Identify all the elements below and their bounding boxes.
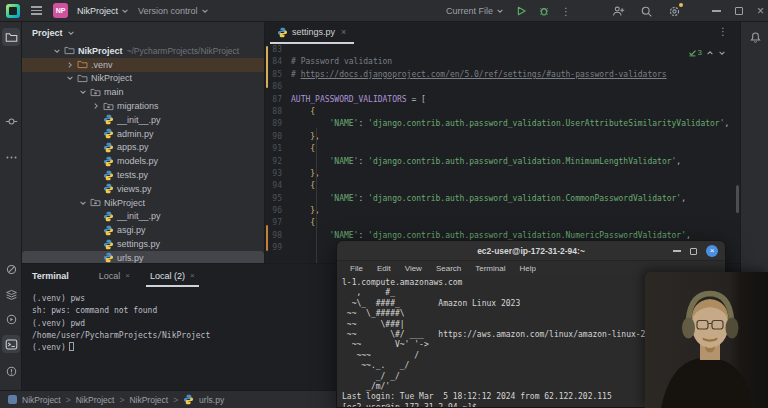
code-with-me-icon[interactable]	[612, 5, 625, 18]
code-line-87[interactable]: 87AUTH_PASSWORD_VALIDATORS = [	[265, 94, 740, 106]
code-line-95[interactable]: 95 'NAME': 'django.contrib.auth.password…	[265, 193, 740, 205]
code-text: # Password validation	[291, 56, 392, 68]
tree-item-path: ~/PycharmProjects/NikProject	[123, 46, 240, 56]
tree-item-admin-py[interactable]: admin.py	[22, 127, 264, 141]
more-tools-icon[interactable]	[2, 148, 20, 166]
ssh-menu-view[interactable]: View	[398, 264, 429, 273]
tree-item-main[interactable]: main	[22, 85, 264, 99]
breadcrumb-item[interactable]: NikProject	[22, 395, 61, 405]
terminal-tab-label: Local (2)	[150, 271, 185, 281]
debug-button[interactable]	[538, 5, 550, 17]
chevron-right-icon[interactable]	[63, 61, 76, 69]
tab-close-icon[interactable]: ×	[339, 27, 346, 37]
search-everywhere-icon[interactable]	[640, 5, 653, 18]
version-control-menu[interactable]: Version control	[138, 6, 209, 16]
editor-tab-bar: settings.py × ⋮	[265, 22, 740, 44]
main-menu-icon[interactable]	[29, 4, 44, 16]
project-badge[interactable]: NP	[53, 3, 68, 18]
chevron-right-icon[interactable]	[89, 102, 102, 110]
terminal-tab-local-2-[interactable]: Local (2)×	[140, 264, 205, 287]
settings-update-badge	[679, 3, 683, 7]
line-number: 84	[265, 56, 291, 68]
ssh-close-button[interactable]: ×	[706, 245, 718, 257]
terminal-tool-icon[interactable]	[2, 335, 20, 353]
run-button[interactable]	[515, 5, 527, 17]
tree-item--venv[interactable]: .venv	[22, 58, 264, 72]
breadcrumb-separator: >	[66, 395, 71, 405]
code-line-88[interactable]: 88 {	[265, 106, 740, 118]
code-line-86[interactable]: 86	[265, 81, 740, 93]
python-packages-icon[interactable]	[2, 260, 20, 278]
ssh-menu-help[interactable]: Help	[512, 264, 542, 273]
run-configuration-selector[interactable]: Current File	[446, 6, 504, 16]
breadcrumb-item[interactable]: urls.py	[199, 395, 224, 405]
code-text: {	[291, 180, 315, 192]
tree-item-models-py[interactable]: models.py	[22, 154, 264, 168]
tree-item-migrations[interactable]: migrations	[22, 99, 264, 113]
code-line-84[interactable]: 84# Password validation	[265, 56, 740, 68]
chevron-down-icon[interactable]	[63, 74, 76, 82]
ssh-menu-edit[interactable]: Edit	[370, 264, 398, 273]
python-file-icon	[277, 27, 288, 38]
tree-item-views-py[interactable]: views.py	[22, 182, 264, 196]
tree-item--init-py[interactable]: __init__.py	[22, 113, 264, 127]
code-line-96[interactable]: 96 },	[265, 205, 740, 217]
services-icon[interactable]	[2, 285, 20, 303]
editor-options-icon[interactable]: ⋮	[718, 26, 728, 37]
tab-settings-py[interactable]: settings.py ×	[270, 22, 354, 44]
indent-guide	[316, 128, 317, 263]
tree-item-nikproject[interactable]: NikProject	[22, 72, 264, 86]
tree-item-nikproject[interactable]: NikProject	[22, 196, 264, 210]
more-actions-icon[interactable]: ⋮	[561, 6, 571, 17]
window-close-button[interactable]: ×	[757, 6, 764, 16]
run-tool-icon[interactable]	[2, 310, 20, 328]
tree-item-asgi-py[interactable]: asgi.py	[22, 223, 264, 237]
code-area[interactable]: 8384# Password validation85# https://doc…	[265, 44, 740, 263]
code-text: {	[291, 106, 315, 118]
ssh-menu-search[interactable]: Search	[429, 264, 468, 273]
tree-item-nikproject[interactable]: NikProject~/PycharmProjects/NikProject	[22, 44, 264, 58]
tree-item-apps-py[interactable]: apps.py	[22, 141, 264, 155]
code-line-92[interactable]: 92 'NAME': 'django.contrib.auth.password…	[265, 156, 740, 168]
ssh-menu-terminal[interactable]: Terminal	[468, 264, 512, 273]
tab-close-icon[interactable]: ×	[125, 271, 130, 280]
breadcrumb-item[interactable]: NikProject	[129, 395, 168, 405]
ssh-maximize-button[interactable]	[690, 248, 697, 255]
project-name-menu[interactable]: NikProject	[77, 6, 129, 16]
chevron-down-icon[interactable]	[50, 47, 63, 55]
editor-scrollbar-thumb[interactable]	[736, 185, 739, 213]
terminal-panel-title[interactable]: Terminal	[32, 271, 69, 281]
tab-close-icon[interactable]: ×	[190, 271, 195, 280]
chevron-down-icon[interactable]	[76, 199, 89, 207]
settings-gear-icon[interactable]	[668, 5, 681, 18]
tree-item--init-py[interactable]: __init__.py	[22, 210, 264, 224]
line-number: 92	[265, 156, 291, 168]
commit-tool-icon[interactable]	[2, 112, 20, 130]
project-tool-icon[interactable]	[2, 28, 20, 46]
ssh-menu-file[interactable]: File	[343, 264, 370, 273]
notifications-bell-icon[interactable]	[746, 28, 764, 46]
code-line-89[interactable]: 89 'NAME': 'django.contrib.auth.password…	[265, 118, 740, 130]
window-minimize-button[interactable]	[712, 10, 721, 11]
code-line-83[interactable]: 83	[265, 44, 740, 56]
project-panel-header[interactable]: Project	[22, 22, 264, 44]
terminal-tab-local[interactable]: Local×	[89, 264, 140, 287]
breadcrumb-separator: >	[119, 395, 124, 405]
code-line-97[interactable]: 97 {	[265, 217, 740, 229]
breadcrumb-item[interactable]: NikProject	[76, 395, 115, 405]
code-line-93[interactable]: 93 },	[265, 168, 740, 180]
tree-item-tests-py[interactable]: tests.py	[22, 168, 264, 182]
tree-item-settings-py[interactable]: settings.py	[22, 237, 264, 251]
chevron-down-icon[interactable]	[76, 88, 89, 96]
code-line-85[interactable]: 85# https://docs.djangoproject.com/en/5.…	[265, 69, 740, 81]
code-line-94[interactable]: 94 {	[265, 180, 740, 192]
window-maximize-button[interactable]	[735, 7, 743, 15]
line-number: 96	[265, 205, 291, 217]
ssh-minimize-button[interactable]	[673, 250, 681, 251]
python-icon	[102, 252, 115, 263]
ssh-window-title-bar[interactable]: ec2-user@ip-172-31-2-94:~ ×	[337, 241, 725, 261]
problems-icon[interactable]	[2, 362, 20, 380]
terminal-cursor	[69, 342, 74, 351]
code-line-90[interactable]: 90 },	[265, 131, 740, 143]
code-line-91[interactable]: 91 {	[265, 143, 740, 155]
